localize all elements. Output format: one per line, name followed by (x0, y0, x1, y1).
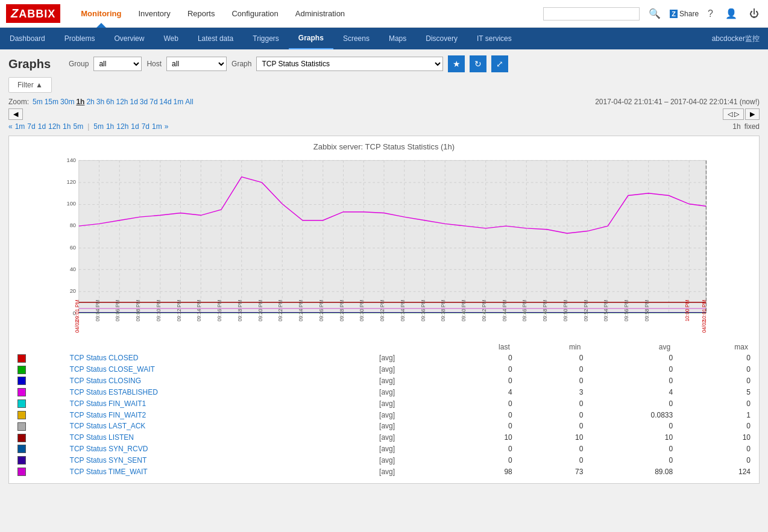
period-1d-back[interactable]: 1d (38, 122, 46, 131)
period-1m-fwd[interactable]: 1m (152, 122, 162, 131)
subnav-triggers[interactable]: Triggers (243, 28, 289, 49)
legend-item-name[interactable]: TCP Status CLOSING (68, 375, 377, 387)
search-icon[interactable]: 🔍 (646, 7, 664, 20)
period-5m-fwd[interactable]: 5m (93, 122, 104, 131)
zoom-7d[interactable]: 7d (150, 98, 157, 106)
legend-item-name[interactable]: TCP Status TIME_WAIT (68, 466, 377, 477)
host-select[interactable]: all (166, 57, 227, 71)
zoom-5m[interactable]: 5m (33, 98, 43, 106)
legend-item-name[interactable]: TCP Status SYN_SENT (68, 454, 377, 466)
zoom-14d[interactable]: 14d (160, 98, 172, 106)
subnav-web[interactable]: Web (154, 28, 187, 49)
zoom-30m[interactable]: 30m (60, 98, 74, 106)
subnav-it-services[interactable]: IT services (467, 28, 521, 49)
legend-row: TCP Status CLOSED [avg] 0 0 0 0 (15, 352, 753, 364)
nav-inventory[interactable]: Inventory (130, 0, 178, 28)
legend-color-swatch (17, 388, 26, 396)
legend-item-name[interactable]: TCP Status LAST_ACK (68, 421, 377, 432)
legend-item-avg: 0 (585, 364, 675, 375)
period-1h-back[interactable]: 1h (63, 122, 71, 131)
zoom-3d[interactable]: 3d (140, 98, 148, 106)
legend-color-cell (15, 364, 68, 375)
period-12h-back[interactable]: 12h (48, 122, 60, 131)
nav-prev-button[interactable]: ◀ (8, 108, 23, 120)
expand-button[interactable]: ⤢ (491, 55, 508, 72)
group-select[interactable]: all (93, 57, 142, 71)
svg-text:140: 140 (66, 157, 76, 163)
nav-configuration[interactable]: Configuration (223, 0, 286, 28)
period-7d-back[interactable]: 7d (27, 122, 35, 131)
period-prev-prev[interactable]: « (8, 122, 13, 131)
app-logo[interactable]: ZABBIX (6, 4, 60, 23)
zoom-all[interactable]: All (185, 98, 193, 106)
legend-item-avg: 0.0833 (585, 409, 675, 421)
zoom-1d[interactable]: 1d (130, 98, 138, 106)
legend-color-cell (15, 432, 68, 443)
period-7d-fwd[interactable]: 7d (142, 122, 150, 131)
legend-item-type: [avg] (377, 454, 445, 466)
zoom-3h[interactable]: 3h (96, 98, 104, 106)
legend-item-type: [avg] (377, 386, 445, 398)
legend-color-cell (15, 466, 68, 477)
legend-item-name[interactable]: TCP Status LISTEN (68, 432, 377, 443)
svg-text:09:44 PM: 09:44 PM (502, 299, 508, 321)
legend-item-name[interactable]: TCP Status CLOSED (68, 352, 377, 364)
share-button[interactable]: Z Share (670, 10, 699, 18)
legend-item-min: 0 (515, 375, 586, 387)
nav-zoom-out-button[interactable]: ◁ ▷ (723, 108, 744, 120)
graph-select[interactable]: TCP Status Statistics (256, 57, 443, 71)
zoom-1h[interactable]: 1h (76, 98, 84, 106)
legend-item-type: [avg] (377, 375, 445, 387)
legend-item-name[interactable]: TCP Status FIN_WAIT1 (68, 398, 377, 409)
legend-item-max: 0 (675, 443, 753, 455)
period-sep: | (87, 122, 89, 131)
zoom-15m[interactable]: 15m (45, 98, 58, 106)
subnav-screens[interactable]: Screens (333, 28, 379, 49)
nav-administration[interactable]: Administration (287, 0, 353, 28)
legend-item-last: 98 (445, 466, 514, 477)
search-input[interactable] (543, 7, 640, 20)
legend-item-name[interactable]: TCP Status ESTABLISHED (68, 386, 377, 398)
period-1h-fwd[interactable]: 1h (106, 122, 114, 131)
period-12h-fwd[interactable]: 12h (116, 122, 128, 131)
subnav-overview[interactable]: Overview (104, 28, 154, 49)
nav-monitoring[interactable]: Monitoring (72, 0, 130, 28)
refresh-button[interactable]: ↻ (470, 55, 486, 72)
favorite-button[interactable]: ★ (448, 55, 465, 72)
subnav-graphs[interactable]: Graphs (289, 28, 333, 49)
subnav-dashboard[interactable]: Dashboard (0, 28, 55, 49)
subnav-maps[interactable]: Maps (379, 28, 416, 49)
zoom-6h[interactable]: 6h (106, 98, 114, 106)
legend-item-name[interactable]: TCP Status FIN_WAIT2 (68, 409, 377, 421)
user-icon[interactable]: 👤 (722, 7, 740, 20)
subnav-discovery[interactable]: Discovery (416, 28, 467, 49)
period-next-next[interactable]: » (165, 122, 169, 131)
power-icon[interactable]: ⏻ (746, 7, 762, 20)
svg-text:09:30 PM: 09:30 PM (359, 300, 365, 322)
subnav-latest-data[interactable]: Latest data (188, 28, 243, 49)
legend-item-avg: 10 (585, 432, 675, 443)
zoom-1m[interactable]: 1m (174, 98, 184, 106)
zoom-12h[interactable]: 12h (116, 98, 128, 106)
graph-svg: 0 20 40 60 80 100 120 140 (15, 155, 753, 336)
svg-text:09:12 PM: 09:12 PM (176, 300, 182, 322)
period-5m-back[interactable]: 5m (73, 122, 83, 131)
legend-row: TCP Status TIME_WAIT [avg] 98 73 89.08 1… (15, 466, 753, 477)
page-content: Graphs Group all Host all Graph TCP Stat… (0, 49, 768, 496)
nav-next-button[interactable]: ▶ (745, 108, 760, 120)
legend-item-last: 10 (445, 432, 514, 443)
legend-item-min: 3 (515, 386, 586, 398)
period-1d-fwd[interactable]: 1d (131, 122, 139, 131)
svg-text:120: 120 (66, 179, 76, 185)
legend-item-max: 5 (675, 386, 753, 398)
page-header: Graphs Group all Host all Graph TCP Stat… (8, 55, 760, 72)
zoom-2h[interactable]: 2h (86, 98, 94, 106)
legend-item-name[interactable]: TCP Status SYN_RCVD (68, 443, 377, 455)
nav-right: ◁ ▷ ▶ (723, 108, 760, 120)
period-1m-back[interactable]: 1m (15, 122, 25, 131)
filter-toggle[interactable]: Filter ▲ (9, 78, 51, 92)
nav-reports[interactable]: Reports (179, 0, 224, 28)
legend-item-name[interactable]: TCP Status CLOSE_WAIT (68, 364, 377, 375)
help-icon[interactable]: ? (705, 7, 716, 20)
subnav-problems[interactable]: Problems (55, 28, 105, 49)
